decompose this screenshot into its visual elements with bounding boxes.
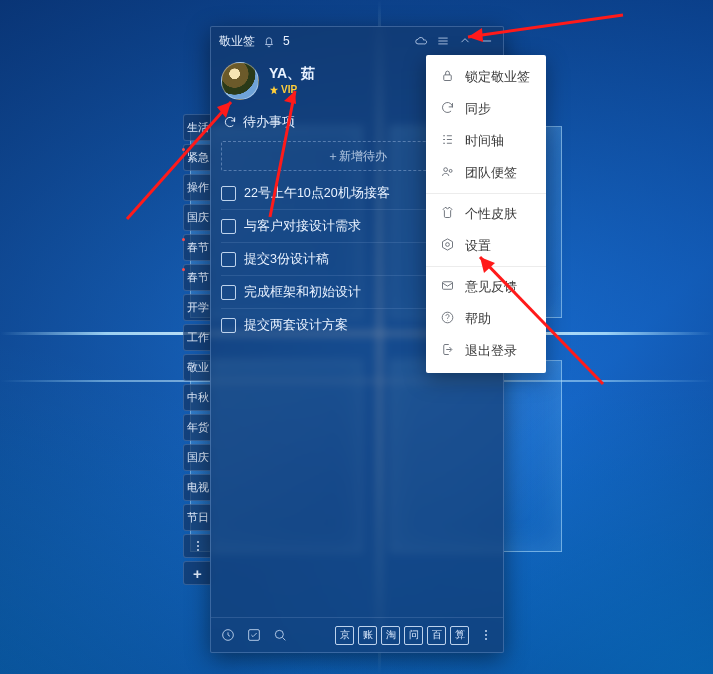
svg-rect-7: [443, 282, 453, 290]
minimize-icon[interactable]: [479, 33, 495, 49]
menu-item-mail[interactable]: 意见反馈: [426, 271, 546, 303]
category-tab[interactable]: 紧急: [183, 144, 211, 171]
menu-item-label: 意见反馈: [465, 278, 517, 296]
menu-item-team[interactable]: 团队便签: [426, 157, 546, 189]
add-todo-label: ＋新增待办: [327, 148, 387, 165]
main-menu-dropdown: 锁定敬业签同步时间轴团队便签个性皮肤设置意见反馈帮助退出登录: [426, 55, 546, 373]
category-tab[interactable]: 敬业: [183, 354, 211, 381]
task-text: 提交两套设计方案: [244, 317, 348, 334]
task-checkbox[interactable]: [221, 252, 236, 267]
category-tab[interactable]: 操作: [183, 174, 211, 201]
settings-icon: [440, 237, 455, 255]
clock-icon[interactable]: [219, 626, 237, 644]
menu-item-label: 退出登录: [465, 342, 517, 360]
task-checkbox[interactable]: [221, 318, 236, 333]
svg-point-5: [449, 169, 452, 172]
menu-item-skin[interactable]: 个性皮肤: [426, 198, 546, 230]
menu-item-label: 帮助: [465, 310, 491, 328]
pin-icon[interactable]: [457, 33, 473, 49]
svg-point-9: [447, 320, 448, 321]
menu-item-label: 同步: [465, 100, 491, 118]
timeline-icon: [440, 132, 455, 150]
task-text: 与客户对接设计需求: [244, 218, 361, 235]
search-icon[interactable]: [271, 626, 289, 644]
category-tab[interactable]: 电视: [183, 474, 211, 501]
avatar[interactable]: [221, 62, 259, 100]
svg-point-4: [444, 168, 448, 172]
task-checkbox[interactable]: [221, 186, 236, 201]
shortcut-淘[interactable]: 淘: [381, 626, 400, 645]
task-text: 提交3份设计稿: [244, 251, 329, 268]
user-name: YA、茹: [269, 65, 315, 83]
category-tab[interactable]: 开学: [183, 294, 211, 321]
shortcut-京[interactable]: 京: [335, 626, 354, 645]
menu-item-sync[interactable]: 同步: [426, 93, 546, 125]
team-icon: [440, 164, 455, 182]
menu-item-label: 设置: [465, 237, 491, 255]
logout-icon: [440, 342, 455, 360]
svg-rect-1: [249, 630, 260, 641]
task-text: 22号上午10点20机场接客: [244, 185, 390, 202]
app-title: 敬业签: [219, 33, 255, 50]
cloud-sync-icon[interactable]: [413, 33, 429, 49]
menu-item-label: 锁定敬业签: [465, 68, 530, 86]
category-tabs: 生活紧急操作国庆春节春节开学工作敬业中秋年货国庆电视节日+: [183, 114, 211, 585]
category-tab[interactable]: 国庆: [183, 204, 211, 231]
shortcut-百[interactable]: 百: [427, 626, 446, 645]
category-tab[interactable]: 国庆: [183, 444, 211, 471]
menu-item-label: 时间轴: [465, 132, 504, 150]
svg-point-2: [275, 630, 283, 638]
menu-item-settings[interactable]: 设置: [426, 230, 546, 262]
refresh-icon: [223, 115, 237, 129]
notification-bell-icon[interactable]: [261, 33, 277, 49]
more-icon[interactable]: [477, 626, 495, 644]
category-tab[interactable]: 节日: [183, 504, 211, 531]
mail-icon: [440, 278, 455, 296]
category-tab[interactable]: 春节: [183, 234, 211, 261]
category-tab[interactable]: 工作: [183, 324, 211, 351]
category-tab[interactable]: 中秋: [183, 384, 211, 411]
shortcut-算[interactable]: 算: [450, 626, 469, 645]
titlebar: 敬业签 5: [211, 27, 503, 55]
menu-item-lock[interactable]: 锁定敬业签: [426, 61, 546, 93]
task-text: 完成框架和初始设计: [244, 284, 361, 301]
sync-icon: [440, 100, 455, 118]
checklist-icon[interactable]: [245, 626, 263, 644]
category-tab[interactable]: 年货: [183, 414, 211, 441]
skin-icon: [440, 205, 455, 223]
category-tab[interactable]: 春节: [183, 264, 211, 291]
hamburger-menu-icon[interactable]: [435, 33, 451, 49]
lock-icon: [440, 68, 455, 86]
more-categories[interactable]: [183, 534, 211, 558]
category-tab[interactable]: 生活: [183, 114, 211, 141]
add-category[interactable]: +: [183, 561, 211, 585]
menu-item-timeline[interactable]: 时间轴: [426, 125, 546, 157]
notification-count: 5: [283, 34, 290, 48]
svg-point-6: [446, 243, 450, 247]
menu-item-label: 团队便签: [465, 164, 517, 182]
menu-item-logout[interactable]: 退出登录: [426, 335, 546, 367]
menu-item-label: 个性皮肤: [465, 205, 517, 223]
bottom-toolbar: 京账淘问百算: [211, 617, 503, 652]
shortcut-账[interactable]: 账: [358, 626, 377, 645]
section-title: 待办事项: [243, 113, 295, 131]
svg-rect-3: [444, 75, 452, 81]
task-checkbox[interactable]: [221, 219, 236, 234]
vip-badge: VIP: [269, 84, 297, 95]
help-icon: [440, 310, 455, 328]
menu-item-help[interactable]: 帮助: [426, 303, 546, 335]
shortcut-问[interactable]: 问: [404, 626, 423, 645]
task-checkbox[interactable]: [221, 285, 236, 300]
